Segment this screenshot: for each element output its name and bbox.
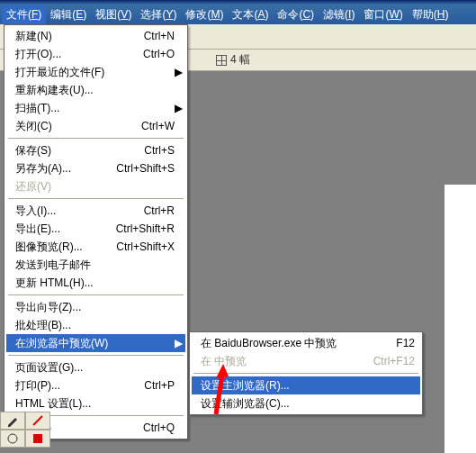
menu-item-label: 重新构建表(U)...: [15, 83, 175, 98]
menu-item-shortcut: Ctrl+W: [132, 120, 175, 132]
menu-item-label: 在 BaiduBrowser.exe 中预览: [201, 336, 387, 351]
menu-item[interactable]: 打开(O)...Ctrl+O: [6, 45, 185, 63]
menu-item[interactable]: 扫描(T)...▶: [6, 99, 185, 117]
menu-item[interactable]: 批处理(B)...: [6, 316, 185, 334]
menu-item[interactable]: 更新 HTML(H)...: [6, 274, 185, 292]
file-menu-dropdown: 新建(N)Ctrl+N打开(O)...Ctrl+O打开最近的文件(F)▶重新构建…: [4, 24, 188, 439]
menu-item-label: 在浏览器中预览(W): [15, 336, 175, 351]
menu-item[interactable]: 在浏览器中预览(W)▶: [6, 334, 185, 352]
svg-rect-1: [33, 434, 42, 443]
menu-item[interactable]: 设置主浏览器(R)...: [192, 376, 420, 394]
menu-item[interactable]: 打开最近的文件(F)▶: [6, 63, 185, 81]
menu-item-label: 批处理(B)...: [15, 318, 175, 333]
menu-item[interactable]: 设置辅浏览器(C)...: [192, 394, 420, 412]
menu-item-label: 保存(S): [15, 143, 135, 159]
menu-item: 在 中预览Ctrl+F12: [192, 352, 420, 370]
separator: [8, 198, 184, 199]
submenu-arrow-icon: ▶: [175, 102, 180, 114]
menu-item-label: 新建(N): [15, 29, 135, 44]
circle-tool[interactable]: [0, 430, 25, 448]
menu-item[interactable]: 在 BaiduBrowser.exe 中预览F12: [192, 334, 420, 352]
menu-item-label: 导出(E)...: [15, 222, 107, 237]
menu-滤镜I[interactable]: 滤镜(I): [319, 5, 359, 24]
grid-icon: [216, 55, 227, 66]
menu-选择Y[interactable]: 选择(Y): [136, 5, 181, 24]
document-paper: [445, 185, 476, 453]
menu-item-label: 设置辅浏览器(C)...: [201, 396, 415, 412]
menu-item-label: 关闭(C): [15, 119, 132, 134]
menu-item-label: 打开(O)...: [15, 47, 134, 62]
menu-item[interactable]: 保存(S)Ctrl+S: [6, 141, 185, 159]
menu-item-label: 扫描(T)...: [15, 101, 175, 116]
menu-item[interactable]: 图像预览(R)...Ctrl+Shift+X: [6, 238, 185, 256]
menu-修改M[interactable]: 修改(M): [181, 5, 228, 24]
menu-item-label: 图像预览(R)...: [15, 240, 107, 255]
menu-item[interactable]: 发送到电子邮件: [6, 256, 185, 274]
menu-item-shortcut: Ctrl+Shift+R: [107, 222, 175, 235]
menu-item[interactable]: 另存为(A)...Ctrl+Shift+S: [6, 159, 185, 177]
menu-item-shortcut: Ctrl+Shift+S: [107, 162, 175, 175]
separator: [8, 294, 184, 295]
menu-item-label: 设置主浏览器(R)...: [201, 378, 415, 394]
menu-文本A[interactable]: 文本(A): [228, 5, 273, 24]
menu-item[interactable]: 打印(P)...Ctrl+P: [6, 376, 185, 394]
menu-编辑E[interactable]: 编辑(E): [46, 5, 91, 24]
menu-item: 还原(V): [6, 177, 185, 195]
menu-item[interactable]: 重新构建表(U)...: [6, 81, 185, 99]
menu-item[interactable]: 新建(N)Ctrl+N: [6, 27, 185, 45]
menu-item-label: 发送到电子邮件: [15, 258, 175, 273]
menu-item[interactable]: 导出向导(Z)...: [6, 298, 185, 316]
menu-帮助H[interactable]: 帮助(H): [408, 5, 454, 24]
menu-item-label: 更新 HTML(H)...: [15, 276, 175, 291]
menu-item-label: 导出向导(Z)...: [15, 300, 175, 315]
fill-tool[interactable]: [25, 430, 50, 448]
menu-item-label: 导入(I)...: [15, 204, 135, 219]
line-tool[interactable]: [25, 412, 50, 430]
menu-item-shortcut: Ctrl+Q: [134, 421, 175, 434]
menu-item-label: 在 中预览: [201, 354, 364, 369]
menu-窗口W[interactable]: 窗口(W): [359, 5, 407, 24]
menu-item-label: 还原(V): [15, 179, 175, 195]
menu-item-label: 页面设置(G)...: [15, 360, 175, 376]
menu-item-shortcut: Ctrl+N: [135, 30, 175, 42]
menu-item-label: 另存为(A)...: [15, 161, 107, 177]
menu-item-shortcut: Ctrl+O: [134, 48, 175, 60]
pencil-tool[interactable]: [0, 412, 25, 430]
menu-item-shortcut: F12: [387, 337, 415, 349]
menu-item-label: 打开最近的文件(F): [15, 65, 175, 80]
menu-item-shortcut: Ctrl+R: [135, 204, 175, 217]
menu-item-label: HTML 设置(L)...: [15, 396, 175, 412]
menu-item-shortcut: Ctrl+F12: [364, 355, 415, 367]
submenu-arrow-icon: ▶: [175, 337, 180, 349]
menu-item-shortcut: Ctrl+Shift+X: [107, 240, 175, 253]
menu-bar: 文件(F)编辑(E)视图(V)选择(Y)修改(M)文本(A)命令(C)滤镜(I)…: [0, 5, 476, 24]
frames-label: 4 幅: [230, 52, 250, 68]
menu-item[interactable]: 关闭(C)Ctrl+W: [6, 117, 185, 135]
menu-视图V[interactable]: 视图(V): [91, 5, 136, 24]
menu-文件F[interactable]: 文件(F): [2, 5, 46, 24]
separator: [8, 138, 184, 139]
menu-item-shortcut: Ctrl+P: [135, 379, 175, 392]
svg-point-0: [8, 434, 17, 443]
menu-item[interactable]: 导入(I)...Ctrl+R: [6, 202, 185, 220]
menu-item-shortcut: Ctrl+S: [135, 144, 175, 157]
menu-item[interactable]: HTML 设置(L)...: [6, 394, 185, 412]
menu-命令C[interactable]: 命令(C): [273, 5, 319, 24]
side-tool-palette: [0, 412, 54, 448]
separator: [8, 355, 184, 356]
menu-item[interactable]: 页面设置(G)...: [6, 358, 185, 376]
browser-preview-submenu: 在 BaiduBrowser.exe 中预览F12在 中预览Ctrl+F12设置…: [189, 331, 423, 415]
menu-item[interactable]: 导出(E)...Ctrl+Shift+R: [6, 220, 185, 238]
separator: [193, 373, 418, 374]
menu-item-label: 打印(P)...: [15, 378, 135, 394]
submenu-arrow-icon: ▶: [175, 66, 180, 78]
